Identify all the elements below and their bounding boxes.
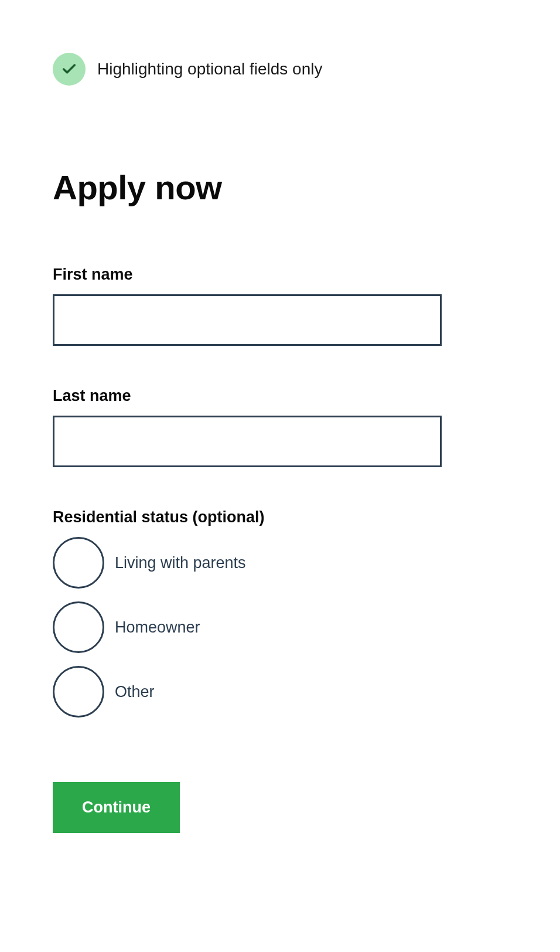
radio-label[interactable]: Homeowner [115, 618, 200, 637]
last-name-input[interactable] [53, 416, 442, 467]
first-name-input[interactable] [53, 294, 442, 346]
last-name-group: Last name [53, 387, 507, 467]
radio-item-other: Other [53, 666, 507, 718]
first-name-group: First name [53, 266, 507, 346]
residential-status-group: Residential status (optional) Living wit… [53, 508, 507, 718]
check-icon [53, 53, 86, 86]
notification-text: Highlighting optional fields only [97, 60, 322, 79]
continue-button[interactable]: Continue [53, 782, 180, 833]
residential-status-label: Residential status (optional) [53, 508, 507, 526]
page-title: Apply now [53, 168, 507, 207]
radio-item-homeowner: Homeowner [53, 601, 507, 653]
radio-label[interactable]: Other [115, 683, 155, 701]
radio-input-living-with-parents[interactable] [53, 537, 104, 589]
last-name-label: Last name [53, 387, 507, 405]
notification-banner: Highlighting optional fields only [53, 53, 507, 86]
first-name-label: First name [53, 266, 507, 284]
radio-item-living-with-parents: Living with parents [53, 537, 507, 589]
radio-input-homeowner[interactable] [53, 601, 104, 653]
radio-group: Living with parents Homeowner Other [53, 537, 507, 718]
radio-input-other[interactable] [53, 666, 104, 718]
radio-label[interactable]: Living with parents [115, 554, 246, 572]
